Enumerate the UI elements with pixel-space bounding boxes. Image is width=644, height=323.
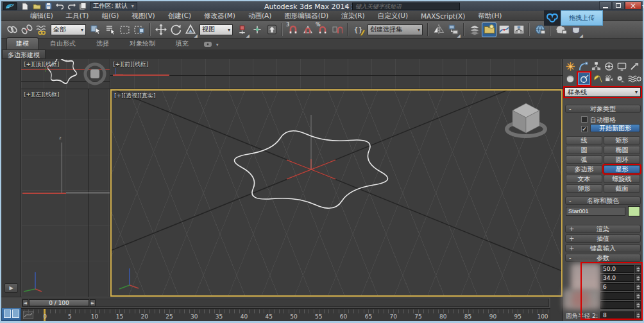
radius2-field[interactable]: 34.0 bbox=[600, 274, 634, 282]
autogrid-checkbox[interactable] bbox=[581, 116, 588, 123]
display-tab-icon[interactable] bbox=[616, 61, 627, 72]
shape-button-text[interactable]: 文本 bbox=[566, 175, 602, 183]
reference-coordinate-dropdown[interactable]: 视图▾ bbox=[199, 24, 233, 35]
named-selection-sets-dropdown[interactable]: 创建选择集▾ bbox=[368, 24, 423, 35]
distortion-field[interactable] bbox=[600, 292, 634, 300]
geometry-icon[interactable] bbox=[564, 73, 576, 84]
app-logo-icon[interactable] bbox=[2, 1, 19, 11]
viewport-label-front[interactable]: [+][前][线框] bbox=[113, 60, 149, 69]
ribbon-minimize-icon[interactable]: ▾ bbox=[204, 42, 219, 48]
viewport-top[interactable]: [+][顶][线框] bbox=[21, 59, 110, 89]
selection-filter-dropdown[interactable]: 全部▾ bbox=[51, 24, 86, 35]
percent-snap-icon[interactable]: % bbox=[315, 22, 330, 37]
menu-group[interactable]: 组(G) bbox=[96, 11, 124, 21]
cloud-logo-icon[interactable] bbox=[544, 10, 561, 26]
menu-rendering[interactable]: 渲染(R) bbox=[335, 11, 371, 21]
start-new-shape-button[interactable]: 开始新图形 bbox=[590, 124, 640, 132]
ribbon-tab-selection[interactable]: 选择 bbox=[87, 38, 118, 49]
shape-button-egg[interactable]: 卵形 bbox=[566, 184, 602, 193]
viewport-label-perspective[interactable]: [+][透视][真实] bbox=[114, 92, 156, 100]
select-manipulate-icon[interactable] bbox=[250, 22, 264, 37]
lights-icon[interactable] bbox=[592, 73, 604, 84]
shape-button-ellipse[interactable]: 椭圆 bbox=[604, 146, 640, 154]
fillet2-spinner[interactable] bbox=[635, 311, 641, 319]
distortion-spinner[interactable] bbox=[635, 292, 641, 300]
systems-icon[interactable] bbox=[636, 73, 642, 84]
menu-edit[interactable]: 编辑(E) bbox=[24, 11, 59, 21]
minimize-button[interactable] bbox=[599, 1, 612, 10]
creation-type-dropdown[interactable]: 样条线▾ bbox=[564, 87, 641, 97]
menu-views[interactable]: 视图(V) bbox=[126, 11, 160, 21]
viewport-front[interactable]: [+][前][线框] bbox=[110, 59, 563, 89]
menu-tools[interactable]: 工具(T) bbox=[60, 11, 95, 21]
select-and-link-icon[interactable] bbox=[4, 22, 19, 37]
ribbon-expand-button[interactable]: ▶ bbox=[4, 283, 18, 293]
time-slider-handle[interactable]: 0 / 100 bbox=[29, 299, 89, 306]
start-new-shape-checkbox[interactable]: ✓ bbox=[581, 126, 588, 132]
select-object-icon[interactable] bbox=[88, 22, 103, 37]
shape-button-star[interactable]: 星形 bbox=[604, 165, 640, 173]
ribbon-tab-populate[interactable]: 填充 bbox=[167, 38, 198, 49]
select-by-name-icon[interactable] bbox=[103, 22, 117, 37]
mirror-icon[interactable] bbox=[431, 22, 446, 37]
ribbon-tab-freeform[interactable]: 自由形式 bbox=[41, 38, 85, 49]
motion-tab-icon[interactable] bbox=[603, 61, 614, 72]
shape-button-rectangle[interactable]: 矩形 bbox=[604, 136, 640, 144]
rollout-name-color[interactable]: -名称和颜色 bbox=[565, 196, 641, 205]
infocenter-expand-icon[interactable]: ▸ bbox=[345, 3, 348, 9]
menu-help[interactable]: 帮助(H) bbox=[472, 11, 507, 21]
rollout-parameters[interactable]: -参数 bbox=[565, 254, 641, 262]
select-scale-icon[interactable]: ◢ bbox=[183, 22, 198, 37]
viewport-perspective[interactable]: [+][透视][真实] bbox=[110, 89, 563, 297]
menu-animation[interactable]: 动画(A) bbox=[242, 11, 277, 21]
create-tab-icon[interactable] bbox=[564, 61, 576, 72]
redo-icon[interactable] bbox=[66, 2, 76, 10]
unlink-selection-icon[interactable] bbox=[19, 22, 34, 37]
close-button[interactable]: × bbox=[625, 1, 641, 10]
menu-customize[interactable]: 自定义(U) bbox=[372, 11, 414, 21]
schematic-view-icon[interactable] bbox=[511, 22, 526, 37]
ribbon-toggle-icon[interactable] bbox=[482, 22, 496, 37]
object-name-field[interactable] bbox=[566, 207, 625, 216]
fillet1-spinner[interactable] bbox=[635, 301, 641, 309]
shape-button-helix[interactable]: 螺旋线 bbox=[604, 175, 640, 183]
shape-button-circle[interactable]: 圆 bbox=[566, 146, 602, 154]
shapes-icon[interactable] bbox=[578, 73, 590, 85]
new-file-icon[interactable] bbox=[20, 2, 30, 10]
snap-toggle-3d-icon[interactable]: 3 bbox=[285, 22, 300, 37]
cameras-icon[interactable] bbox=[604, 73, 615, 84]
use-pivot-center-icon[interactable]: ◢ bbox=[235, 22, 250, 37]
points-spinner[interactable] bbox=[635, 283, 641, 291]
bind-to-space-warp-icon[interactable] bbox=[34, 22, 49, 37]
shape-button-section[interactable]: 截面 bbox=[604, 184, 640, 193]
select-move-icon[interactable] bbox=[153, 22, 168, 37]
points-field[interactable]: 6 bbox=[600, 283, 634, 291]
align-icon[interactable]: ◢ bbox=[446, 22, 461, 37]
menu-modifiers[interactable]: 修改器(M) bbox=[198, 11, 241, 21]
hierarchy-tab-icon[interactable] bbox=[590, 61, 602, 72]
fillet1-field[interactable] bbox=[600, 301, 634, 309]
rollout-keyboard-entry[interactable]: +键盘输入 bbox=[565, 244, 641, 252]
radius1-spinner[interactable] bbox=[635, 265, 641, 273]
track-bar[interactable]: 0510152025303540455055606570758085909510… bbox=[21, 308, 550, 321]
open-file-icon[interactable] bbox=[31, 2, 42, 10]
undo-icon[interactable] bbox=[55, 2, 65, 10]
prev-frame-button[interactable]: ◄ bbox=[22, 299, 28, 306]
shape-button-arc[interactable]: 弧 bbox=[566, 155, 602, 164]
viewport-label-left[interactable]: [+][左][线框] bbox=[24, 91, 60, 99]
shape-button-donut[interactable]: 圆环 bbox=[604, 155, 640, 164]
angle-snap-icon[interactable] bbox=[300, 22, 315, 37]
modify-tab-icon[interactable] bbox=[577, 61, 589, 72]
next-frame-button[interactable]: ► bbox=[90, 299, 96, 306]
drag-upload-button[interactable]: 拖拽上传 bbox=[561, 10, 603, 26]
helpers-icon[interactable] bbox=[615, 73, 627, 84]
rollout-interpolation[interactable]: +插值 bbox=[565, 234, 641, 243]
ribbon-tab-object-paint[interactable]: 对象绘制 bbox=[121, 38, 164, 49]
menu-maxscript[interactable]: MAXScript(X) bbox=[415, 12, 471, 21]
rectangular-region-icon[interactable] bbox=[117, 22, 132, 37]
edit-named-selections-icon[interactable]: {} bbox=[351, 22, 366, 37]
viewcube-top[interactable] bbox=[83, 62, 107, 86]
radius1-field[interactable]: 50.0 bbox=[600, 265, 634, 273]
shape-button-ngon[interactable]: 多边形 bbox=[566, 165, 602, 173]
utilities-tab-icon[interactable] bbox=[629, 61, 640, 72]
